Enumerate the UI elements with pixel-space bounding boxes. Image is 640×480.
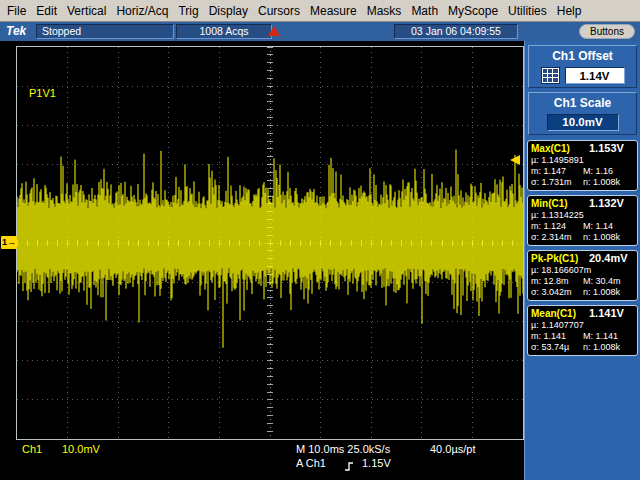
acquisition-count: 1008 Acqs (176, 24, 272, 39)
measurement-mean-stat: µ: 1.1314225 (531, 210, 584, 221)
measurement-sigma-stat: σ: 1.731m (531, 177, 583, 188)
measurement-sigma-stat: σ: 2.314m (531, 232, 583, 243)
ch1-scale-group: Ch1 Scale 10.0mV (528, 92, 637, 135)
measurement-mean-stat: µ: 1.1407707 (531, 320, 584, 331)
measurement-name: Min(C1) (531, 198, 589, 209)
measurement-box: Mean(C1) 1.141V µ: 1.1407707 m: 1.141 M:… (527, 305, 638, 356)
measurement-box: Min(C1) 1.132V µ: 1.1314225 m: 1.124 M: … (527, 195, 638, 246)
readout-vertical-scale: 10.0mV (62, 443, 100, 455)
keypad-icon[interactable] (541, 67, 560, 84)
ch1-offset-group: Ch1 Offset (528, 45, 637, 88)
measurement-max-stat: M: 1.16 (583, 166, 613, 177)
measurement-min-stat: m: 12.8m (531, 276, 583, 287)
menu-bar: FileEditVerticalHoriz/AcqTrigDisplayCurs… (0, 0, 640, 22)
buttons-button[interactable]: Buttons (579, 24, 635, 39)
status-bar: Tek Stopped 1008 Acqs 03 Jan 06 04:09:55… (0, 22, 640, 41)
scope-display: P1V1 1→ Ch1 10.0mV M 10.0ms 25.0kS/s 40.… (0, 41, 524, 472)
measurements-panel: Max(C1) 1.153V µ: 1.1495891 m: 1.147 M: … (527, 140, 638, 356)
readout-horizontal: M 10.0ms 25.0kS/s (296, 443, 390, 455)
graticule: P1V1 (16, 46, 524, 440)
tek-logo: Tek (6, 24, 26, 38)
ch1-scale-value[interactable]: 10.0mV (547, 114, 619, 131)
trigger-level-arrow-icon[interactable] (510, 155, 520, 165)
measurement-mean-stat: µ: 18.166607m (531, 265, 591, 276)
menu-item-help[interactable]: Help (552, 1, 587, 21)
measurement-value: 1.132V (589, 197, 624, 209)
measurement-min-stat: m: 1.124 (531, 221, 583, 232)
readout-trigger-source: A Ch1 (296, 457, 326, 469)
measurement-min-stat: m: 1.147 (531, 166, 583, 177)
waveform-and-grid-svg (17, 47, 523, 439)
oscilloscope-app: FileEditVerticalHoriz/AcqTrigDisplayCurs… (0, 0, 640, 480)
waveform-label-p1v1: P1V1 (29, 87, 56, 99)
menu-item-measure[interactable]: Measure (305, 1, 362, 21)
menu-item-utilities[interactable]: Utilities (503, 1, 552, 21)
ch1-scale-title: Ch1 Scale (531, 96, 634, 110)
control-panel: Ch1 Offset Ch1 Scale 10.0mV Max(C1) 1.15… (524, 41, 640, 480)
measurement-box: Max(C1) 1.153V µ: 1.1495891 m: 1.147 M: … (527, 140, 638, 191)
menu-item-vertical[interactable]: Vertical (62, 1, 111, 21)
menu-item-math[interactable]: Math (406, 1, 443, 21)
channel-1-marker[interactable]: 1→ (1, 236, 17, 249)
measurement-max-stat: M: 1.14 (583, 221, 613, 232)
trigger-slope-icon (344, 458, 355, 476)
menu-item-horizacq[interactable]: Horiz/Acq (111, 1, 173, 21)
ch1-offset-input[interactable] (565, 67, 625, 84)
measurement-value: 20.4mV (589, 252, 628, 264)
readout-sample-rate: 40.0µs/pt (430, 443, 475, 455)
measurement-count-stat: n: 1.008k (583, 342, 620, 353)
measurement-max-stat: M: 1.141 (583, 331, 618, 342)
measurement-min-stat: m: 1.141 (531, 331, 583, 342)
measurement-value: 1.141V (589, 307, 624, 319)
measurement-name: Mean(C1) (531, 308, 589, 319)
measurement-name: Max(C1) (531, 143, 589, 154)
measurement-box: Pk-Pk(C1) 20.4mV µ: 18.166607m m: 12.8m … (527, 250, 638, 301)
datetime-display: 03 Jan 06 04:09:55 (394, 24, 518, 39)
readout-trigger-level: 1.15V (362, 457, 391, 469)
measurement-count-stat: n: 1.008k (583, 232, 620, 243)
menu-item-edit[interactable]: Edit (31, 1, 62, 21)
trigger-position-icon (268, 26, 280, 36)
menu-item-myscope[interactable]: MyScope (443, 1, 503, 21)
measurement-name: Pk-Pk(C1) (531, 253, 589, 264)
readout-channel: Ch1 (22, 443, 42, 455)
menu-item-display[interactable]: Display (204, 1, 253, 21)
measurement-sigma-stat: σ: 3.042m (531, 287, 583, 298)
menu-item-file[interactable]: File (2, 1, 31, 21)
menu-item-masks[interactable]: Masks (362, 1, 407, 21)
measurement-count-stat: n: 1.008k (583, 287, 620, 298)
acquisition-status: Stopped (36, 24, 174, 39)
menu-item-trig[interactable]: Trig (173, 1, 203, 21)
measurement-sigma-stat: σ: 53.74µ (531, 342, 583, 353)
measurement-value: 1.153V (589, 142, 624, 154)
measurement-mean-stat: µ: 1.1495891 (531, 155, 584, 166)
ch1-offset-title: Ch1 Offset (531, 49, 634, 63)
measurement-max-stat: M: 30.4m (583, 276, 621, 287)
measurement-count-stat: n: 1.008k (583, 177, 620, 188)
menu-item-cursors[interactable]: Cursors (253, 1, 305, 21)
